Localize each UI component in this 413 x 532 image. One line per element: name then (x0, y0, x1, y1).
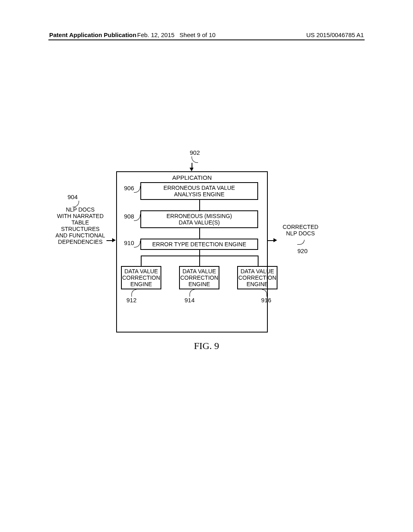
ref-914: 914 (181, 297, 198, 303)
arrow-input (112, 238, 116, 242)
ref-920: 920 (294, 247, 311, 254)
header-middle: Feb. 12, 2015 Sheet 9 of 10 (137, 31, 215, 38)
fan-right (258, 256, 259, 266)
ref-902: 902 (187, 149, 203, 156)
arrow-902 (190, 168, 194, 171)
conn-908-910 (199, 228, 200, 239)
fan-stem (199, 250, 200, 256)
ref-904: 904 (65, 193, 81, 200)
header-left: Patent Application Publication (49, 31, 136, 38)
ref-912: 912 (123, 297, 140, 303)
box-912-text: DATA VALUE CORRECTION ENGINE (122, 268, 160, 287)
fan-left (141, 256, 142, 266)
figure-caption: FIG. 9 (0, 341, 413, 352)
conn-906-908 (199, 200, 200, 210)
conn-input (106, 240, 113, 241)
box-908: ERRONEOUS (MISSING) DATA VALUE(S) (140, 210, 258, 228)
output-text: CORRECTED NLP DOCS (278, 224, 323, 237)
header-right: US 2015/0046785 A1 (306, 31, 364, 38)
box-914: DATA VALUE CORRECTION ENGINE (179, 266, 219, 289)
box-916: DATA VALUE CORRECTION ENGINE (237, 266, 277, 289)
lead-920 (297, 240, 305, 245)
conn-output (268, 240, 274, 241)
page: Patent Application Publication Feb. 12, … (0, 0, 413, 532)
box-910: ERROR TYPE DETECTION ENGINE (140, 239, 258, 250)
box-906-text: ERRONEOUS DATA VALUE ANALYSIS ENGINE (163, 185, 235, 197)
box-906: ERRONEOUS DATA VALUE ANALYSIS ENGINE (140, 182, 258, 200)
box-914-text: DATA VALUE CORRECTION ENGINE (180, 268, 218, 287)
box-908-text: ERRONEOUS (MISSING) DATA VALUE(S) (167, 213, 232, 226)
fan-mid (199, 256, 200, 266)
lead-902 (192, 156, 198, 163)
box-912: DATA VALUE CORRECTION ENGINE (121, 266, 161, 289)
ref-916: 916 (258, 297, 274, 303)
label-application: APPLICATION (116, 174, 268, 181)
figure-9: 902 APPLICATION ERRONEOUS DATA VALUE ANA… (0, 149, 413, 375)
box-910-text: ERROR TYPE DETECTION ENGINE (152, 241, 246, 247)
arrow-output (273, 238, 277, 242)
header-rule (48, 39, 365, 40)
input-text: NLP DOCS WITH NARRATED TABLE STRUCTURES … (54, 206, 106, 245)
box-916-text: DATA VALUE CORRECTION ENGINE (238, 268, 276, 287)
